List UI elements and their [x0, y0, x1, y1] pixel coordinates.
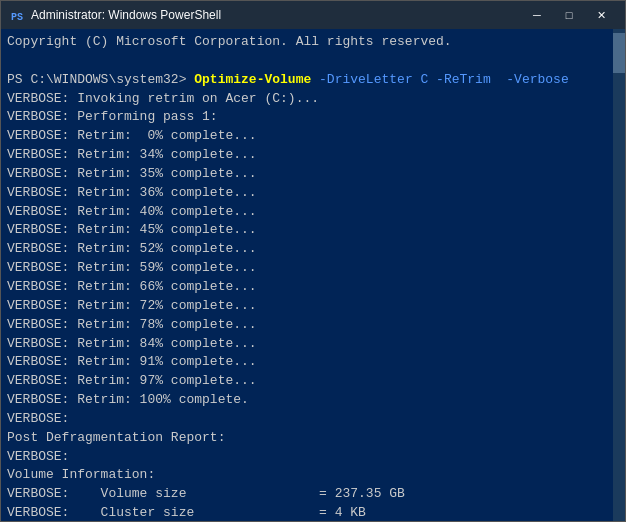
output-line-8: VERBOSE: Retrim: 52% complete...: [7, 240, 607, 259]
output-line-9: VERBOSE: Retrim: 59% complete...: [7, 259, 607, 278]
window-controls: ─ □ ✕: [521, 1, 617, 29]
output-line-0: VERBOSE: Invoking retrim on Acer (C:)...: [7, 90, 607, 109]
console-content: Copyright (C) Microsoft Corporation. All…: [7, 33, 607, 521]
output-line-12: VERBOSE: Retrim: 78% complete...: [7, 316, 607, 335]
maximize-button[interactable]: □: [553, 1, 585, 29]
output-line-17: VERBOSE:: [7, 410, 607, 429]
console-area[interactable]: Copyright (C) Microsoft Corporation. All…: [1, 29, 613, 521]
output-line-4: VERBOSE: Retrim: 35% complete...: [7, 165, 607, 184]
svg-text:PS: PS: [11, 12, 23, 23]
output-line-11: VERBOSE: Retrim: 72% complete...: [7, 297, 607, 316]
window-icon: PS: [9, 7, 25, 23]
console-container: Copyright (C) Microsoft Corporation. All…: [1, 29, 625, 521]
window-title: Administrator: Windows PowerShell: [31, 8, 521, 22]
scrollbar[interactable]: [613, 29, 625, 521]
command-text: Optimize-Volume: [194, 72, 311, 87]
minimize-button[interactable]: ─: [521, 1, 553, 29]
scrollbar-thumb[interactable]: [613, 33, 625, 73]
title-bar: PS Administrator: Windows PowerShell ─ □…: [1, 1, 625, 29]
output-line-18: Post Defragmentation Report:: [7, 429, 607, 448]
output-line-5: VERBOSE: Retrim: 36% complete...: [7, 184, 607, 203]
output-line-16: VERBOSE: Retrim: 100% complete.: [7, 391, 607, 410]
output-line-13: VERBOSE: Retrim: 84% complete...: [7, 335, 607, 354]
output-line-22: VERBOSE: Cluster size = 4 KB: [7, 504, 607, 521]
output-line-3: VERBOSE: Retrim: 34% complete...: [7, 146, 607, 165]
blank-line-1: [7, 52, 607, 71]
output-line-15: VERBOSE: Retrim: 97% complete...: [7, 372, 607, 391]
command-line: PS C:\WINDOWS\system32> Optimize-Volume …: [7, 71, 607, 90]
output-line-6: VERBOSE: Retrim: 40% complete...: [7, 203, 607, 222]
output-line-1: VERBOSE: Performing pass 1:: [7, 108, 607, 127]
output-line-10: VERBOSE: Retrim: 66% complete...: [7, 278, 607, 297]
output-line-21: VERBOSE: Volume size = 237.35 GB: [7, 485, 607, 504]
params-text: -DriveLetter C -ReTrim -Verbose: [311, 72, 568, 87]
copyright-line: Copyright (C) Microsoft Corporation. All…: [7, 33, 607, 52]
output-line-2: VERBOSE: Retrim: 0% complete...: [7, 127, 607, 146]
close-button[interactable]: ✕: [585, 1, 617, 29]
output-line-20: Volume Information:: [7, 466, 607, 485]
output-line-19: VERBOSE:: [7, 448, 607, 467]
output-line-7: VERBOSE: Retrim: 45% complete...: [7, 221, 607, 240]
output-line-14: VERBOSE: Retrim: 91% complete...: [7, 353, 607, 372]
powershell-window: PS Administrator: Windows PowerShell ─ □…: [0, 0, 626, 522]
